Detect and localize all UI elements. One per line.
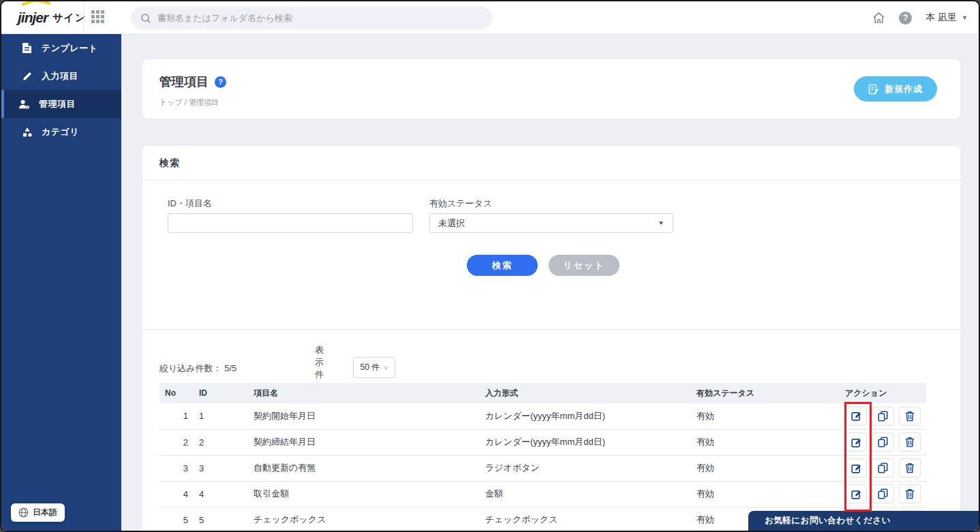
copy-icon bbox=[878, 463, 888, 473]
status-label: 有効ステータス bbox=[429, 198, 492, 210]
create-new-button[interactable]: 新規作成 bbox=[854, 76, 937, 101]
cell-type: カレンダー(yyyy年mm月dd日) bbox=[480, 429, 691, 455]
search-results-card: 検索 ID・項目名 有効ステータス 未選択 ▼ 検索 リセット 絞り込み件数： … bbox=[142, 146, 960, 531]
trash-icon bbox=[905, 437, 915, 448]
edit-button[interactable] bbox=[845, 433, 867, 452]
cell-status: 有効 bbox=[691, 455, 840, 481]
cell-type: 金額 bbox=[480, 481, 691, 507]
panel-divider bbox=[142, 180, 960, 181]
delete-button[interactable] bbox=[899, 433, 921, 452]
contact-banner[interactable]: お気軽にお問い合わせください bbox=[748, 511, 979, 531]
cell-id: 5 bbox=[194, 507, 248, 531]
delete-button[interactable] bbox=[899, 458, 921, 478]
copy-icon bbox=[878, 411, 888, 422]
delete-button[interactable] bbox=[899, 484, 921, 503]
page-help-icon[interactable]: ? bbox=[215, 76, 226, 88]
edit-icon bbox=[851, 463, 861, 473]
copy-button[interactable] bbox=[872, 458, 893, 478]
id-name-input[interactable] bbox=[168, 213, 413, 233]
col-header-actions: アクション bbox=[840, 383, 926, 403]
create-new-label: 新規作成 bbox=[885, 83, 923, 95]
sidebar-item-input-fields[interactable]: 入力項目 bbox=[1, 62, 121, 90]
filtered-count: 絞り込み件数： 5/5 bbox=[159, 362, 236, 375]
copy-button[interactable] bbox=[872, 484, 893, 503]
sidebar-item-managed-fields[interactable]: 管理項目 bbox=[1, 90, 121, 118]
cell-status: 有効 bbox=[691, 403, 840, 429]
table-header-row: No ID 項目名 入力形式 有効ステータス アクション bbox=[159, 383, 926, 403]
trash-icon bbox=[905, 411, 915, 422]
sidebar-item-label: 管理項目 bbox=[39, 98, 76, 110]
cell-id: 2 bbox=[194, 429, 248, 455]
cell-name: 契約締結年月日 bbox=[248, 429, 480, 455]
sidebar-item-label: 入力項目 bbox=[42, 70, 78, 82]
cell-type: ラジオボタン bbox=[480, 455, 691, 481]
sidebar-item-template[interactable]: テンプレート bbox=[1, 34, 121, 62]
table-row: 1 1 契約開始年月日 カレンダー(yyyy年mm月dd日) 有効 bbox=[159, 403, 926, 429]
user-gear-icon bbox=[18, 98, 30, 110]
page-title: 管理項目 bbox=[159, 74, 209, 90]
items-table: No ID 項目名 入力形式 有効ステータス アクション 1 1 契約開始年月日… bbox=[159, 383, 926, 531]
sidebar-item-category[interactable]: カテゴリ bbox=[1, 118, 121, 146]
topbar: jinjer サイン ? bbox=[1, 1, 979, 34]
sidebar-item-label: カテゴリ bbox=[42, 126, 79, 138]
col-header-name: 項目名 bbox=[248, 383, 480, 403]
contact-banner-label: お気軽にお問い合わせください bbox=[765, 515, 891, 527]
col-header-id: ID bbox=[194, 383, 248, 403]
language-label: 日本語 bbox=[33, 507, 57, 518]
jinjer-logo[interactable]: jinjer サイン bbox=[18, 1, 86, 34]
pencil-icon bbox=[21, 70, 33, 82]
home-icon[interactable] bbox=[872, 12, 885, 24]
user-menu[interactable]: 本 凪里 ▼ bbox=[925, 12, 968, 24]
edit-icon bbox=[851, 411, 861, 421]
page-size-value: 50 件 bbox=[360, 362, 380, 373]
edit-button[interactable] bbox=[845, 484, 867, 503]
cell-id: 3 bbox=[194, 455, 248, 481]
chevron-down-icon: ∨ bbox=[383, 364, 388, 371]
select-caret-icon: ▼ bbox=[658, 220, 664, 226]
edit-button[interactable] bbox=[845, 458, 867, 478]
sidebar-item-label: テンプレート bbox=[42, 42, 98, 54]
edit-button[interactable] bbox=[845, 407, 867, 426]
edit-icon bbox=[851, 437, 861, 448]
status-select-value: 未選択 bbox=[438, 217, 658, 230]
chevron-down-icon: ▼ bbox=[962, 14, 968, 21]
language-button[interactable]: 日本語 bbox=[11, 503, 65, 522]
new-document-icon bbox=[868, 84, 879, 95]
reset-button[interactable]: リセット bbox=[549, 255, 619, 276]
app-launcher-grid-icon[interactable] bbox=[91, 10, 108, 25]
page-size-select[interactable]: 50 件 ∨ bbox=[353, 357, 395, 378]
sidebar: テンプレート 入力項目 管理項目 bbox=[1, 34, 121, 531]
globe-icon bbox=[18, 507, 29, 518]
col-header-status: 有効ステータス bbox=[691, 383, 840, 403]
status-select[interactable]: 未選択 ▼ bbox=[429, 213, 673, 233]
cell-type: カレンダー(yyyy年mm月dd日) bbox=[480, 403, 691, 429]
logo-product-text: サイン bbox=[52, 12, 86, 25]
app-window: jinjer サイン ? bbox=[0, 0, 980, 532]
breadcrumb[interactable]: トップ / 管理項目 bbox=[159, 97, 219, 108]
cell-status: 有効 bbox=[691, 481, 840, 507]
logo-swoosh-icon bbox=[20, 0, 52, 5]
cell-name: 取引金額 bbox=[248, 481, 480, 507]
trash-icon bbox=[905, 463, 915, 473]
copy-button[interactable] bbox=[872, 407, 893, 426]
cell-id: 1 bbox=[194, 403, 248, 429]
cell-no: 1 bbox=[159, 403, 194, 429]
col-header-type: 入力形式 bbox=[480, 383, 691, 403]
cell-no: 5 bbox=[159, 507, 194, 531]
global-search[interactable] bbox=[131, 7, 492, 29]
copy-button[interactable] bbox=[872, 433, 893, 452]
topbar-divider bbox=[83, 1, 84, 34]
cell-type: チェックボックス bbox=[480, 507, 691, 531]
delete-button[interactable] bbox=[899, 407, 921, 426]
search-button[interactable]: 検索 bbox=[467, 255, 538, 276]
global-search-input[interactable] bbox=[157, 13, 483, 23]
template-icon bbox=[21, 42, 33, 54]
col-header-no: No bbox=[159, 383, 194, 403]
table-row: 4 4 取引金額 金額 有効 bbox=[159, 481, 926, 507]
search-icon bbox=[140, 13, 151, 24]
cell-no: 2 bbox=[159, 429, 194, 455]
page-header-card: 管理項目 ? トップ / 管理項目 新規作成 bbox=[142, 59, 960, 119]
table-row: 3 3 自動更新の有無 ラジオボタン 有効 bbox=[159, 455, 926, 481]
help-icon[interactable]: ? bbox=[899, 12, 912, 25]
copy-icon bbox=[878, 488, 888, 499]
